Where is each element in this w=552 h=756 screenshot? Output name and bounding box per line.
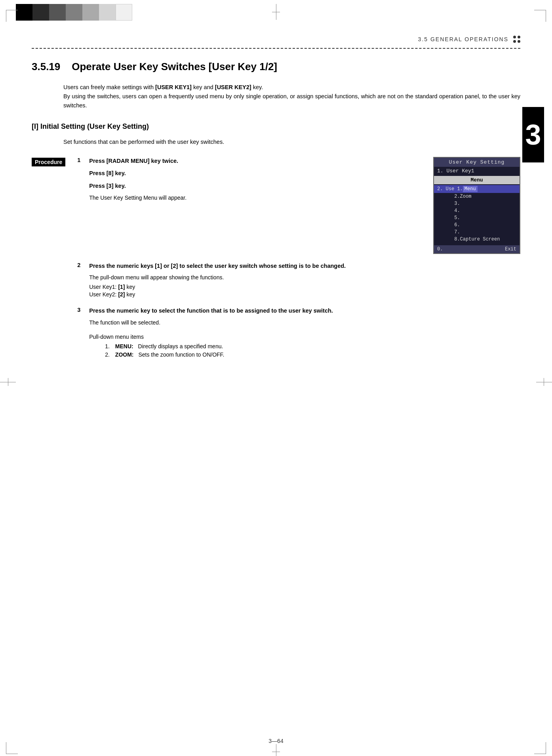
- pulldown-list: 1. MENU: Directly displays a specified m…: [105, 343, 520, 358]
- uks-title: User Key Setting: [434, 158, 520, 167]
- header-squares: [16, 4, 552, 21]
- uks-menu-bar: Menu: [434, 176, 520, 184]
- uks-exit-bar: 0. Exit: [434, 245, 520, 253]
- dot-2: [518, 36, 520, 38]
- pulldown-item-1: 1. MENU: Directly displays a specified m…: [105, 343, 520, 349]
- intro-line1: Users can freely make settings with [USE…: [63, 83, 520, 92]
- uks-item-4: 4.: [434, 207, 520, 214]
- section-title-text: Operate User Key Switches [User Key 1/2]: [72, 61, 277, 73]
- step-2-note: The pull-down menu will appear showing t…: [89, 274, 520, 281]
- step-1-text: Press [RADAR MENU] key twice. Press [8] …: [89, 157, 421, 204]
- user-key-screen: User Key Setting 1. User Key1 Menu 2. Us…: [433, 157, 520, 254]
- step-2-bold: Press the numeric keys [1] or [2] to sel…: [89, 262, 520, 271]
- step-3-content: Press the numeric key to select the func…: [89, 307, 520, 360]
- corner-mark-tl: [6, 10, 18, 22]
- pulldown-item-2: 2. ZOOM: Sets the zoom function to ON/OF…: [105, 351, 520, 358]
- uks-item-8: 8.Capture Screen: [434, 236, 520, 243]
- uks-exit-num: 0.: [437, 246, 443, 252]
- uks-item-1-pre: 2. Use 1.: [437, 186, 463, 192]
- step-2-userkey2-bold: [2]: [118, 291, 125, 298]
- dot-3: [513, 40, 516, 43]
- header-square-1: [16, 4, 32, 21]
- uks-item-5: 5.: [434, 214, 520, 221]
- section-number: 3.5.19: [32, 61, 60, 73]
- header-square-2: [32, 4, 49, 21]
- procedure-steps: 1 Press [RADAR MENU] key twice. Press [8…: [77, 157, 520, 368]
- page-number: 3—64: [268, 738, 283, 744]
- header-square-4: [66, 4, 82, 21]
- pulldown-item-2-num: 2.: [105, 351, 110, 358]
- subsection-title: [I] Initial Setting (User Key Setting): [32, 122, 520, 131]
- step-1-bold-1: Press [RADAR MENU] key twice.: [89, 157, 421, 166]
- header-square-5: [82, 4, 99, 21]
- header-square-3: [49, 4, 66, 21]
- step-2-userkey1-bold: [1]: [118, 284, 125, 290]
- main-content: 3 3.5 GENERAL OPERATIONS 3.5.19 Operate: [32, 36, 520, 728]
- uks-item-7: 7.: [434, 229, 520, 236]
- uks-item-2: 2.Zoom: [434, 193, 520, 200]
- procedure-container: Procedure 1 Press [RADAR MENU] key twice…: [32, 157, 520, 368]
- step-1-bold-3: Press [3] key.: [89, 182, 421, 191]
- uks-user-key1: 1. User Key1: [434, 167, 520, 175]
- intro-line2: By using the switches, users can open a …: [63, 92, 520, 110]
- header-square-6: [99, 4, 116, 21]
- uks-exit-label: Exit: [505, 246, 516, 252]
- uks-item-6: 6.: [434, 221, 520, 229]
- page-container: 3 3.5 GENERAL OPERATIONS 3.5.19 Operate: [0, 4, 552, 756]
- uks-item-1-selected: Menu: [463, 186, 478, 192]
- user-key1-bold: [USER KEY1]: [155, 84, 192, 90]
- step-1: 1 Press [RADAR MENU] key twice. Press [8…: [77, 157, 520, 254]
- step-3-number: 3: [77, 307, 89, 313]
- step-2-userkey2: User Key2: [2] key: [89, 291, 520, 298]
- step-1-number: 1: [77, 157, 89, 163]
- pulldown-item-2-desc: Sets the zoom function to ON/OFF.: [138, 351, 224, 358]
- step-3-bold: Press the numeric key to select the func…: [89, 307, 520, 315]
- header-section-text: 3.5 GENERAL OPERATIONS: [418, 36, 508, 42]
- set-functions-text: Set functions that can be performed with…: [63, 139, 520, 145]
- procedure-label: Procedure: [32, 158, 65, 166]
- step-1-with-image: Press [RADAR MENU] key twice. Press [8] …: [89, 157, 520, 254]
- section-title: 3.5.19 Operate User Key Switches [User K…: [32, 61, 520, 73]
- section-tab-number: 3: [525, 120, 541, 149]
- step-2: 2 Press the numeric keys [1] or [2] to s…: [77, 262, 520, 299]
- header-dot-row-2: [513, 40, 520, 43]
- crosshair-top: [272, 4, 280, 24]
- header-square-7: [116, 4, 132, 21]
- page-header: 3.5 GENERAL OPERATIONS: [32, 36, 520, 46]
- step-2-content: Press the numeric keys [1] or [2] to sel…: [89, 262, 520, 299]
- intro-text: Users can freely make settings with [USE…: [63, 83, 520, 111]
- dot-1: [513, 36, 516, 38]
- dashed-separator: [32, 48, 520, 49]
- uks-item-1: 2. Use 1.Menu: [434, 185, 520, 193]
- corner-mark-bl: [6, 742, 18, 754]
- header-dot-row-1: [513, 36, 520, 38]
- step-3-note: The function will be selected.: [89, 319, 520, 326]
- pulldown-item-2-label: ZOOM:: [115, 351, 134, 358]
- pulldown-title: Pull-down menu items: [89, 334, 520, 340]
- crosshair-left: [0, 378, 20, 386]
- pulldown-item-1-num: 1.: [105, 343, 110, 349]
- section-tab: 3: [522, 107, 544, 162]
- pulldown-item-1-label: MENU:: [115, 343, 133, 349]
- header-dots: [513, 36, 520, 43]
- corner-mark-tr: [534, 10, 546, 22]
- dot-4: [518, 40, 520, 43]
- step-2-number: 2: [77, 262, 89, 268]
- step-2-userkey1: User Key1: [1] key: [89, 284, 520, 290]
- step-3: 3 Press the numeric key to select the fu…: [77, 307, 520, 360]
- uks-item-3: 3.: [434, 200, 520, 207]
- step-1-bold-2: Press [8] key.: [89, 169, 421, 178]
- step-1-note: The User Key Setting Menu will appear.: [89, 195, 421, 201]
- pulldown-item-1-desc: Directly displays a specified menu.: [138, 343, 223, 349]
- user-key2-bold: [USER KEY2]: [215, 84, 251, 90]
- crosshair-right: [532, 378, 552, 386]
- corner-mark-br: [534, 742, 546, 754]
- step-1-content: Press [RADAR MENU] key twice. Press [8] …: [89, 157, 520, 254]
